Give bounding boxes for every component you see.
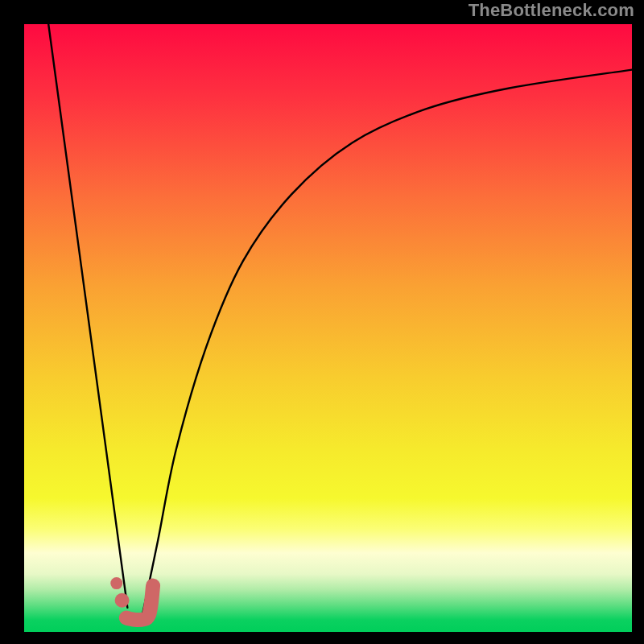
accent-dot [115,593,130,608]
bottleneck-chart [0,0,644,644]
accent-dot [110,577,122,589]
plot-area [24,24,632,632]
attribution-label: TheBottleneck.com [469,0,634,21]
